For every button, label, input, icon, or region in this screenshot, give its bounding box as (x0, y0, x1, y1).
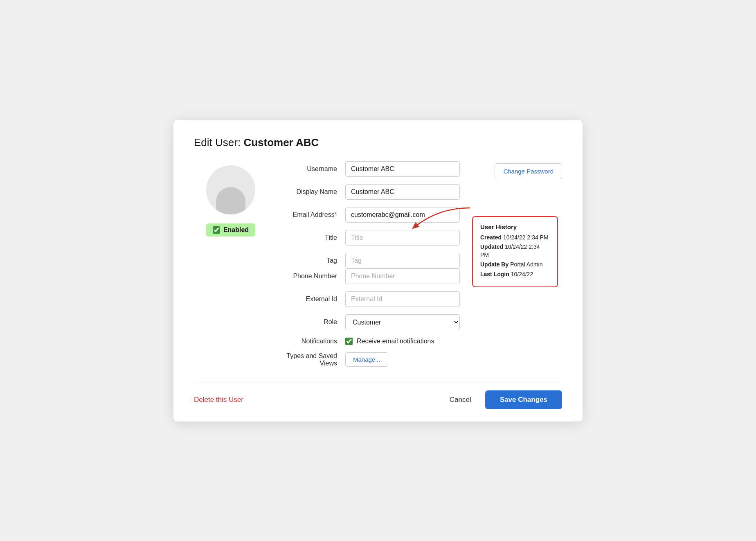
avatar-body (216, 187, 245, 214)
user-history-box: User History Created 10/24/22 2:34 PM Up… (472, 216, 558, 288)
edit-user-modal: Edit User: Customer ABC Enabled Username… (173, 120, 583, 422)
delete-user-button[interactable]: Delete this User (194, 396, 243, 404)
save-changes-button[interactable]: Save Changes (485, 390, 562, 409)
left-column: Enabled (194, 161, 268, 374)
enabled-checkbox[interactable] (213, 226, 220, 234)
title-label: Title (280, 234, 345, 241)
saved-views-label: Types and Saved Views (280, 352, 345, 367)
display-name-row: Display Name (280, 184, 460, 200)
role-row: Role Customer Admin Portal Admin (280, 314, 460, 330)
enabled-label: Enabled (223, 226, 249, 234)
notifications-row: Notifications Receive email notification… (280, 338, 460, 345)
update-by-value: Portal Admin (510, 261, 542, 268)
notifications-label: Notifications (280, 338, 345, 345)
phone-input[interactable] (345, 268, 460, 284)
tag-input[interactable] (345, 253, 460, 268)
change-password-button[interactable]: Change Password (495, 163, 562, 179)
footer: Delete this User Cancel Save Changes (194, 383, 562, 409)
enabled-badge[interactable]: Enabled (206, 223, 255, 237)
history-created-row: Created 10/24/22 2:34 PM (480, 234, 550, 242)
right-column: Change Password User History Created (472, 161, 562, 374)
notifications-content: Receive email notifications (345, 338, 434, 345)
email-label: Email Address* (280, 211, 345, 219)
phone-row: Phone Number (280, 268, 460, 284)
last-login-label: Last Login (480, 271, 509, 277)
display-name-input[interactable] (345, 184, 460, 200)
role-label: Role (280, 318, 345, 326)
title-input[interactable] (345, 230, 460, 246)
email-row: Email Address* (280, 207, 460, 223)
external-id-label: External Id (280, 295, 345, 303)
created-value: 10/24/22 2:34 PM (503, 234, 549, 241)
title-row: Title (280, 230, 460, 246)
page-title: Edit User: Customer ABC (194, 136, 562, 149)
tag-row: Tag (280, 253, 460, 268)
cancel-button[interactable]: Cancel (442, 392, 479, 408)
last-login-value: 10/24/22 (511, 271, 533, 277)
footer-right-actions: Cancel Save Changes (442, 390, 562, 409)
external-id-row: External Id (280, 291, 460, 307)
manage-button[interactable]: Manage... (345, 352, 388, 367)
saved-views-row: Types and Saved Views Manage... (280, 352, 460, 367)
notifications-text: Receive email notifications (357, 338, 434, 345)
history-update-by-row: Update By Portal Admin (480, 261, 550, 269)
username-input[interactable] (345, 161, 460, 177)
email-input[interactable] (345, 207, 460, 223)
history-last-login-row: Last Login 10/24/22 (480, 270, 550, 279)
updated-label: Updated (480, 243, 503, 250)
avatar (206, 165, 255, 214)
update-by-label: Update By (480, 261, 509, 268)
notifications-checkbox[interactable] (345, 338, 353, 345)
role-select[interactable]: Customer Admin Portal Admin (345, 314, 460, 330)
username-row: Username (280, 161, 460, 177)
created-label: Created (480, 234, 502, 241)
user-history-title: User History (480, 223, 550, 230)
username-label: Username (280, 165, 345, 173)
form-fields: Username Display Name Email Address* Tit… (268, 161, 472, 374)
history-updated-row: Updated 10/24/22 2:34 PM (480, 243, 550, 259)
tag-label: Tag (280, 257, 345, 264)
display-name-label: Display Name (280, 188, 345, 196)
phone-label: Phone Number (280, 273, 345, 280)
external-id-input[interactable] (345, 291, 460, 307)
